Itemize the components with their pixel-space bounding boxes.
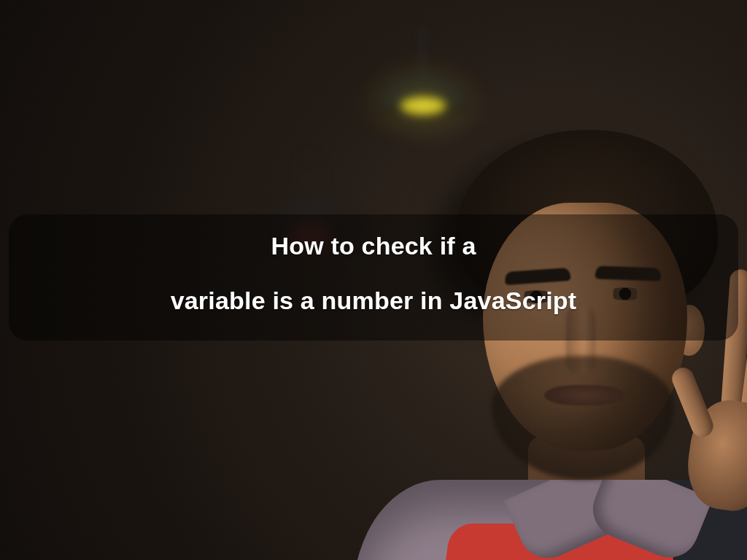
title-line-2: variable is a number in JavaScript (26, 285, 721, 316)
hero-image: How to check if a variable is a number i… (0, 0, 747, 560)
title-overlay: How to check if a variable is a number i… (9, 214, 738, 341)
title-line-1: How to check if a (26, 230, 721, 262)
